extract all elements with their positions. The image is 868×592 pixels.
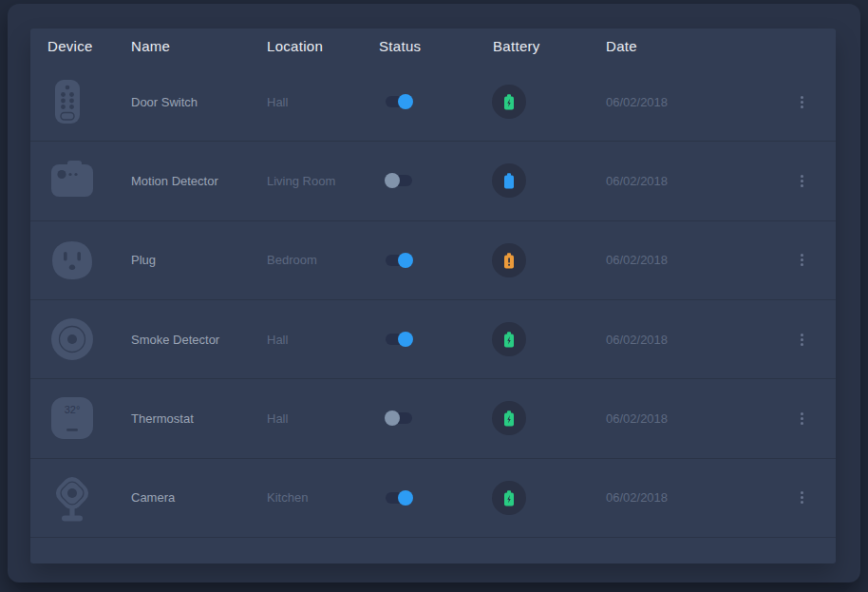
device-name: Smoke Detector: [131, 333, 267, 347]
app-window: Device Name Location Status Battery Date: [8, 4, 860, 582]
battery-charging-icon: [492, 481, 526, 515]
device-table-card: Device Name Location Status Battery Date: [30, 29, 836, 563]
kebab-menu-icon[interactable]: [798, 331, 806, 349]
device-name: Plug: [131, 253, 267, 267]
battery-full-icon: [492, 163, 526, 198]
device-date: 06/02/2018: [606, 253, 783, 267]
col-header-name: Name: [131, 38, 267, 54]
camera-icon: [50, 472, 94, 524]
table-header: Device Name Location Status Battery Date: [30, 29, 836, 63]
thermostat-icon: 32°: [50, 396, 94, 440]
status-toggle[interactable]: [385, 253, 415, 268]
remote-control-icon: [50, 78, 85, 125]
kebab-menu-icon[interactable]: [798, 251, 806, 269]
device-date: 06/02/2018: [606, 174, 783, 188]
battery-charging-icon: [492, 401, 526, 435]
device-location: Hall: [267, 411, 379, 426]
table-row: Plug Bedroom 06/02/2018: [30, 220, 836, 299]
device-name: Camera: [131, 490, 267, 505]
smoke-detector-icon: [50, 317, 94, 361]
table-row: Motion Detector Living Room 06/02/2018: [30, 141, 836, 220]
device-location: Hall: [267, 95, 379, 109]
battery-charging-icon: [492, 85, 526, 119]
kebab-menu-icon[interactable]: [798, 488, 806, 506]
table-row: Camera Kitchen 06/02/2018: [30, 458, 836, 537]
device-location: Living Room: [267, 174, 379, 188]
kebab-menu-icon[interactable]: [798, 93, 806, 111]
table-row: 32° Thermostat Hall: [30, 378, 836, 457]
table-row: Door Switch Hall 06/02/2018: [30, 63, 836, 141]
device-date: 06/02/2018: [606, 333, 783, 347]
status-toggle[interactable]: [385, 332, 415, 347]
device-date: 06/02/2018: [606, 95, 783, 109]
device-date: 06/02/2018: [606, 490, 783, 505]
col-header-battery: Battery: [493, 38, 606, 54]
col-header-location: Location: [267, 38, 379, 54]
device-date: 06/02/2018: [606, 411, 783, 426]
status-toggle[interactable]: [385, 490, 415, 506]
device-location: Hall: [267, 333, 379, 347]
col-header-status: Status: [379, 38, 493, 54]
status-toggle[interactable]: [385, 411, 415, 426]
device-location: Bedroom: [267, 253, 379, 267]
device-name: Thermostat: [131, 411, 267, 426]
device-name: Motion Detector: [131, 174, 267, 188]
plug-icon: [50, 239, 94, 281]
col-header-date: Date: [606, 38, 783, 54]
device-location: Kitchen: [267, 490, 379, 505]
motion-detector-icon: [50, 161, 96, 201]
thermostat-temperature: 32°: [65, 404, 81, 415]
kebab-menu-icon[interactable]: [798, 172, 806, 190]
status-toggle[interactable]: [385, 173, 415, 188]
table-body: Door Switch Hall 06/02/2018: [30, 63, 836, 538]
status-toggle[interactable]: [385, 94, 415, 109]
kebab-menu-icon[interactable]: [798, 410, 806, 428]
table-row: Smoke Detector Hall 06/02/2018: [30, 299, 836, 378]
battery-alert-icon: [492, 243, 526, 277]
battery-charging-icon: [492, 322, 526, 356]
col-header-device: Device: [30, 38, 131, 54]
device-name: Door Switch: [131, 95, 267, 109]
